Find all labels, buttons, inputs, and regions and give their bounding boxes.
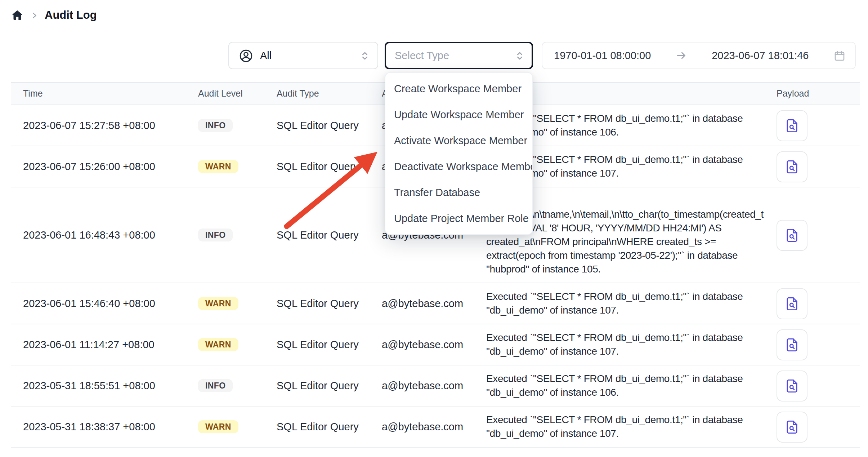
view-payload-button[interactable] (777, 151, 807, 182)
audit-level-cell: WARN (198, 338, 277, 351)
audit-time: 2023-06-01 11:14:27 +08:00 (23, 339, 198, 350)
audit-actor: a@bytebase.com (382, 339, 486, 350)
audit-comment: Executed `"SELECT * FROM db_ui_demo.t1;"… (486, 324, 777, 365)
dropdown-option[interactable]: Update Project Member Role (385, 205, 532, 231)
audit-type: SQL Editor Query (277, 421, 382, 432)
view-payload-button[interactable] (777, 370, 807, 401)
file-search-icon (784, 419, 800, 434)
audit-level-cell: WARN (198, 297, 277, 310)
audit-type: SQL Editor Query (277, 298, 382, 309)
select-chevrons-icon (359, 50, 370, 61)
audit-type: SQL Editor Query (277, 161, 382, 172)
audit-time: 2023-05-31 18:55:51 +08:00 (23, 380, 198, 391)
audit-level-badge: INFO (198, 119, 233, 132)
file-search-icon (784, 159, 800, 174)
audit-type: SQL Editor Query (277, 339, 382, 350)
audit-time: 2023-06-01 15:46:40 +08:00 (23, 298, 198, 309)
audit-level-badge: WARN (198, 297, 238, 310)
breadcrumb-chevron-icon (30, 11, 38, 19)
select-chevrons-icon (514, 50, 525, 61)
file-search-icon (784, 296, 800, 311)
date-range-end: 2023-06-07 18:01:46 (712, 50, 809, 61)
breadcrumb: Audit Log (11, 9, 97, 22)
page-title: Audit Log (45, 9, 97, 22)
payload-cell (777, 329, 860, 360)
audit-level-cell: INFO (198, 379, 277, 392)
header-audit-type: Audit Type (277, 89, 382, 99)
home-icon[interactable] (11, 9, 24, 22)
audit-type: SQL Editor Query (277, 120, 382, 131)
view-payload-button[interactable] (777, 110, 807, 141)
audit-actor: a@bytebase.com (382, 421, 486, 432)
dropdown-option[interactable]: Deactivate Workspace Member (385, 154, 532, 179)
audit-time: 2023-05-31 18:38:37 +08:00 (23, 421, 198, 432)
table-row: 2023-06-01 15:46:40 +08:00 WARN SQL Edit… (11, 283, 860, 324)
date-range-picker[interactable]: 1970-01-01 08:00:00 2023-06-07 18:01:46 (542, 42, 856, 69)
file-search-icon (784, 118, 800, 133)
payload-cell (777, 411, 860, 442)
audit-level-badge: INFO (198, 228, 233, 241)
actor-scope-select[interactable]: All (228, 42, 378, 69)
calendar-icon[interactable] (833, 49, 846, 62)
type-select-placeholder: Select Type (395, 50, 514, 61)
header-audit-level: Audit Level (198, 89, 277, 99)
view-payload-button[interactable] (777, 288, 807, 319)
audit-type-select[interactable]: Select Type (385, 42, 533, 69)
file-search-icon (784, 337, 800, 352)
header-time: Time (23, 89, 198, 99)
audit-time: 2023-06-07 15:26:00 +08:00 (23, 161, 198, 172)
payload-cell (777, 288, 860, 319)
table-row: 2023-05-31 18:55:51 +08:00 INFO SQL Edit… (11, 365, 860, 407)
audit-level-badge: INFO (198, 379, 233, 392)
type-select-dropdown: Create Workspace Member Update Workspace… (385, 72, 533, 235)
audit-level-badge: WARN (198, 338, 238, 351)
audit-level-cell: INFO (198, 119, 277, 132)
audit-level-cell: WARN (198, 420, 277, 433)
dropdown-option[interactable]: Activate Workspace Member (385, 128, 532, 154)
audit-actor: a@bytebase.com (382, 298, 486, 309)
user-circle-icon (238, 48, 254, 63)
audit-level-cell: WARN (198, 160, 277, 173)
payload-cell (777, 219, 860, 250)
audit-actor: a@bytebase.com (382, 380, 486, 391)
date-range-start: 1970-01-01 08:00:00 (554, 50, 651, 61)
dropdown-option[interactable]: Create Workspace Member (385, 76, 532, 102)
payload-cell (777, 370, 860, 401)
audit-comment: Executed `"SELECT * FROM db_ui_demo.t1;"… (486, 365, 777, 406)
dropdown-option[interactable]: Update Workspace Member (385, 102, 532, 128)
audit-time: 2023-06-07 15:27:58 +08:00 (23, 120, 198, 131)
audit-log-page: Audit Log All Select Type 1970-01-01 08:… (0, 0, 868, 457)
arrow-right-icon (676, 50, 687, 61)
scope-select-value: All (260, 50, 353, 61)
table-row: 2023-05-31 18:38:37 +08:00 WARN SQL Edit… (11, 407, 860, 448)
audit-level-badge: WARN (198, 160, 238, 173)
audit-type: SQL Editor Query (277, 380, 382, 391)
view-payload-button[interactable] (777, 411, 807, 442)
payload-cell (777, 110, 860, 141)
payload-cell (777, 151, 860, 182)
audit-level-badge: WARN (198, 420, 238, 433)
file-search-icon (784, 378, 800, 393)
view-payload-button[interactable] (777, 219, 807, 250)
audit-time: 2023-06-01 16:48:43 +08:00 (23, 229, 198, 241)
file-search-icon (784, 227, 800, 243)
table-row: 2023-06-01 11:14:27 +08:00 WARN SQL Edit… (11, 324, 860, 365)
audit-type: SQL Editor Query (277, 229, 382, 241)
audit-comment: Executed `"SELECT * FROM db_ui_demo.t1;"… (486, 283, 777, 324)
audit-comment: Executed `"SELECT * FROM db_ui_demo.t1;"… (486, 407, 777, 447)
dropdown-option[interactable]: Transfer Database (385, 179, 532, 205)
audit-level-cell: INFO (198, 228, 277, 241)
header-payload: Payload (777, 89, 860, 99)
view-payload-button[interactable] (777, 329, 807, 360)
